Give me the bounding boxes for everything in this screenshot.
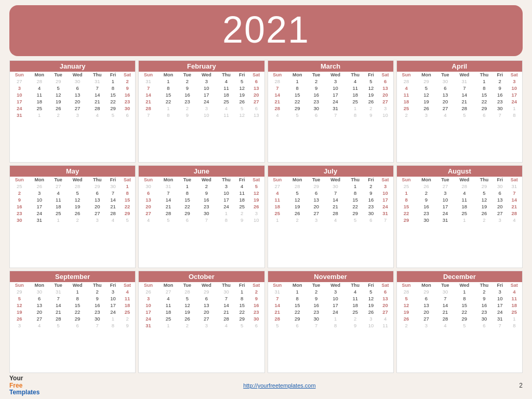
month-header: June — [139, 166, 264, 177]
day-cell: 7 — [88, 85, 107, 91]
day-cell: 26 — [67, 210, 88, 217]
day-cell: 25 — [10, 183, 29, 190]
week-row: 2627282930311 — [397, 315, 522, 322]
day-cell: 5 — [475, 190, 494, 196]
day-cell: 7 — [325, 112, 346, 118]
week-row: 45678910 — [397, 85, 522, 91]
day-cell: 11 — [217, 112, 236, 118]
day-cell: 10 — [196, 85, 217, 91]
day-header-tue: Tue — [308, 282, 325, 288]
day-cell: 21 — [107, 203, 119, 210]
month-july: JulySunMonTueWedThuFriSat272829301234567… — [268, 165, 394, 268]
day-cell: 30 — [436, 78, 454, 85]
day-cell: 14 — [88, 91, 107, 98]
week-row: 567891011 — [397, 295, 522, 302]
day-cell: 3 — [196, 78, 217, 85]
week-row: 11121314151617 — [268, 196, 393, 203]
week-row: 567891011 — [10, 295, 135, 302]
month-november: NovemberSunMonTueWedThuFriSat31123456789… — [268, 271, 394, 373]
footer-url[interactable]: http://yourfreetemplates.com — [243, 382, 315, 389]
day-cell: 4 — [436, 322, 454, 329]
day-cell: 5 — [235, 322, 248, 329]
day-cell: 6 — [88, 190, 107, 196]
week-row: 13141516171819 — [139, 196, 264, 203]
day-cell: 9 — [179, 85, 196, 91]
day-cell: 24 — [325, 309, 346, 315]
day-cell: 2 — [50, 112, 67, 118]
day-cell: 15 — [287, 91, 308, 98]
day-header-wed: Wed — [325, 177, 346, 183]
day-cell: 16 — [88, 302, 107, 309]
day-cell: 6 — [196, 295, 217, 302]
day-cell: 20 — [308, 203, 325, 210]
day-cell: 22 — [119, 203, 135, 210]
day-cell: 24 — [494, 309, 507, 315]
day-cell: 8 — [119, 190, 135, 196]
day-cell: 8 — [346, 112, 365, 118]
day-cell: 27 — [436, 183, 454, 190]
day-cell: 13 — [416, 302, 436, 309]
day-cell: 5 — [119, 217, 135, 223]
week-row: 31123456 — [268, 288, 393, 295]
week-row: 2829301234 — [397, 288, 522, 295]
week-row: 9101112131415 — [10, 196, 135, 203]
day-cell: 29 — [454, 315, 475, 322]
day-cell: 15 — [235, 302, 248, 309]
day-cell: 6 — [365, 217, 378, 223]
day-cell: 30 — [494, 105, 507, 112]
week-row: 1234567 — [397, 190, 522, 196]
day-cell: 29 — [50, 78, 67, 85]
day-cell: 6 — [308, 190, 325, 196]
day-cell: 3 — [325, 78, 346, 85]
week-row: 272829303112 — [10, 78, 135, 85]
day-cell: 28 — [454, 105, 475, 112]
day-cell: 28 — [454, 183, 475, 190]
week-row: 19202122232425 — [397, 309, 522, 315]
day-header-fri: Fri — [107, 177, 119, 183]
day-cell: 21 — [454, 98, 475, 105]
day-cell: 9 — [416, 196, 436, 203]
day-cell: 15 — [454, 302, 475, 309]
day-cell: 3 — [29, 190, 50, 196]
day-header-thu: Thu — [88, 282, 107, 288]
month-table: SunMonTueWedThuFriSat2526272829303112345… — [397, 177, 522, 223]
day-header-tue: Tue — [436, 282, 454, 288]
day-cell: 20 — [377, 302, 393, 309]
day-cell: 2 — [119, 315, 135, 322]
day-cell: 13 — [377, 295, 393, 302]
day-cell: 11 — [217, 85, 236, 91]
month-header: December — [397, 271, 522, 282]
day-cell: 24 — [196, 98, 217, 105]
day-cell: 19 — [287, 203, 308, 210]
day-cell: 28 — [436, 315, 454, 322]
day-cell: 4 — [88, 112, 107, 118]
day-cell: 28 — [179, 288, 196, 295]
day-cell: 7 — [139, 112, 158, 118]
day-cell: 1 — [454, 217, 475, 223]
day-cell: 5 — [107, 112, 119, 118]
day-cell: 11 — [268, 196, 287, 203]
logo: Your Free Templates — [9, 375, 39, 396]
day-cell: 31 — [507, 183, 522, 190]
day-cell: 1 — [397, 190, 416, 196]
day-header-wed: Wed — [325, 282, 346, 288]
day-header-tue: Tue — [308, 72, 325, 78]
day-cell: 29 — [88, 183, 107, 190]
day-cell: 5 — [235, 105, 248, 112]
day-cell: 7 — [308, 322, 325, 329]
day-header-tue: Tue — [436, 72, 454, 78]
day-header-thu: Thu — [88, 72, 107, 78]
week-row: 25262728293031 — [397, 183, 522, 190]
day-cell: 18 — [50, 203, 67, 210]
day-cell: 3 — [507, 78, 522, 85]
week-row: 18192021222324 — [397, 98, 522, 105]
day-cell: 3 — [416, 322, 436, 329]
day-cell: 8 — [287, 295, 308, 302]
month-table: SunMonTueWedThuFriSat2829301234567891011… — [397, 282, 522, 329]
day-cell: 16 — [365, 196, 378, 203]
week-row: 262728293012 — [139, 288, 264, 295]
day-cell: 3 — [377, 105, 393, 112]
day-cell: 30 — [107, 183, 119, 190]
day-cell: 18 — [454, 203, 475, 210]
day-cell: 22 — [287, 98, 308, 105]
